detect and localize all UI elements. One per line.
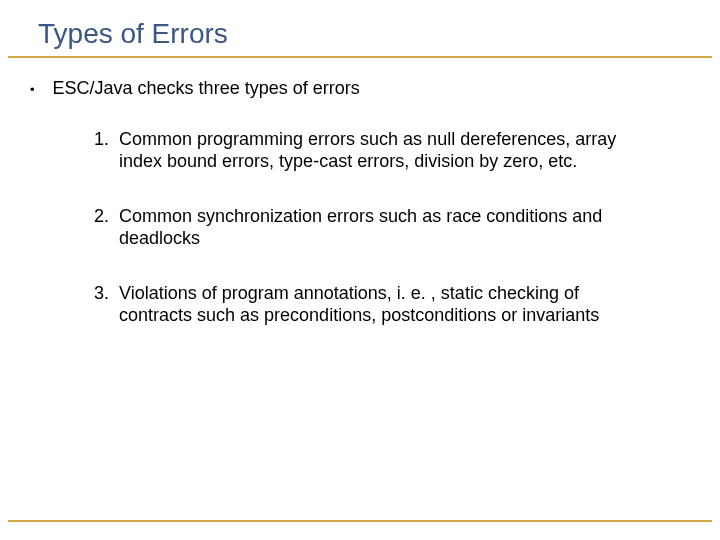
list-item: 1. Common programming errors such as nul… [94,128,650,173]
content-area: • ESC/Java checks three types of errors … [0,58,720,327]
slide-title: Types of Errors [38,18,720,50]
slide: Types of Errors • ESC/Java checks three … [0,0,720,540]
title-area: Types of Errors [0,0,720,52]
list-item: 2. Common synchronization errors such as… [94,205,650,250]
main-bullet: • ESC/Java checks three types of errors [30,78,670,100]
item-text: Common synchronization errors such as ra… [119,205,650,250]
enumerated-list: 1. Common programming errors such as nul… [30,128,670,327]
list-item: 3. Violations of program annotations, i.… [94,282,650,327]
item-number: 3. [94,282,109,305]
item-number: 1. [94,128,109,151]
item-number: 2. [94,205,109,228]
footer-divider [8,520,712,522]
item-text: Violations of program annotations, i. e.… [119,282,650,327]
item-text: Common programming errors such as null d… [119,128,650,173]
main-bullet-text: ESC/Java checks three types of errors [53,78,360,100]
bullet-icon: • [30,83,35,96]
